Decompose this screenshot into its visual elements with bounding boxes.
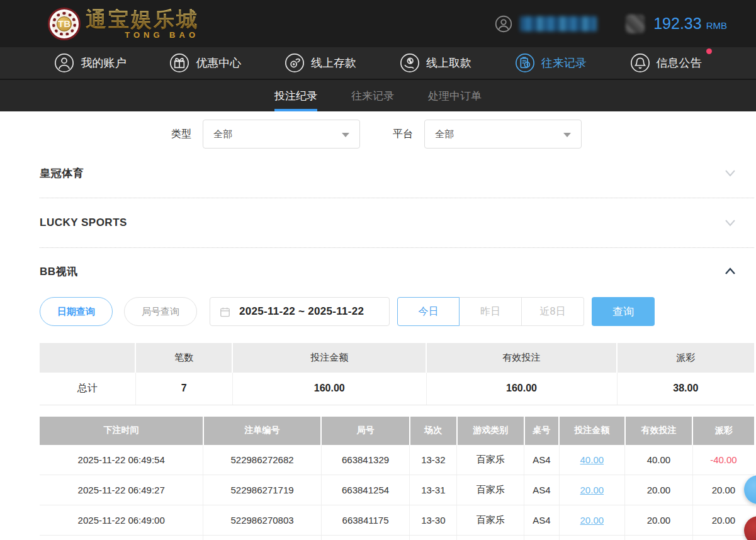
cell-valid-bet: 40.00 (625, 445, 693, 475)
cell-round-number: 663841175 (321, 505, 410, 536)
summary-header-count: 笔数 (135, 343, 232, 373)
user-circle-icon (54, 53, 74, 73)
cell-round-number: 663841254 (321, 475, 410, 505)
round-query-button[interactable]: 局号查询 (124, 297, 197, 326)
nav-withdraw[interactable]: 线上取款 (400, 53, 471, 73)
table-row: 2025-11-22 06:49:00 522986270803 6638411… (40, 505, 754, 536)
site-logo[interactable]: TB 通宝娱乐城 TONG BAO (48, 8, 199, 40)
cell-bet-amount-link[interactable]: 20.00 (559, 475, 624, 505)
username-censored (520, 16, 597, 31)
last-8-days-button[interactable]: 近8日 (522, 297, 584, 326)
main-content: 类型 全部 平台 全部 皇冠体育 LUCKY SPORTS (0, 111, 756, 540)
bet-table-body: 2025-11-22 06:49:54 522986272682 6638413… (40, 445, 754, 536)
summary-total-label: 总计 (40, 373, 135, 405)
summary-total-row: 总计 7 160.00 160.00 38.00 (40, 373, 754, 405)
header-payout: 派彩 (692, 417, 754, 445)
table-row: 2025-11-22 06:49:54 522986272682 6638413… (40, 445, 754, 475)
cell-bet-time: 2025-11-22 06:49:54 (40, 445, 203, 475)
nav-transaction-records[interactable]: 往来记录 (515, 53, 587, 73)
cell-order-number: 522986270803 (203, 505, 321, 536)
user-avatar-icon[interactable] (495, 15, 512, 33)
site-subtitle: TONG BAO (86, 31, 199, 39)
summary-table: 笔数 投注金额 有效投注 派彩 总计 7 160.00 160.00 38.00 (40, 343, 754, 405)
cell-order-number: 522986271719 (203, 475, 321, 505)
header-order-number: 注单编号 (203, 417, 321, 445)
quick-range-group: 今日 昨日 近8日 (397, 297, 584, 326)
chip-monogram: TB (57, 16, 72, 31)
filter-row: 类型 全部 平台 全部 (171, 120, 754, 149)
currency-censored-icon (626, 14, 645, 33)
section-lucky-sports[interactable]: LUCKY SPORTS (40, 198, 754, 248)
tab-pending-orders[interactable]: 处理中订单 (427, 80, 483, 111)
cell-round-number: 663841329 (321, 445, 410, 475)
bet-records-table: 下注时间 注单编号 局号 场次 游戏类别 桌号 投注金额 有效投注 派彩 202… (40, 417, 754, 540)
header-bet-amount: 投注金额 (559, 417, 624, 445)
section-bb-live[interactable]: BB视讯 (40, 248, 754, 295)
balance-amount: 192.33 (653, 14, 701, 33)
summary-total-bet-amount: 160.00 (232, 373, 426, 405)
bet-table-row-partial (40, 536, 754, 540)
header-bet-time: 下注时间 (40, 417, 203, 445)
site-title: 通宝娱乐城 (86, 9, 199, 30)
chevron-up-icon (723, 264, 738, 279)
summary-header-blank (40, 343, 135, 373)
nav-announcements[interactable]: 信息公告 (630, 53, 702, 73)
cell-table-number: AS4 (524, 475, 560, 505)
search-button[interactable]: 查询 (592, 297, 655, 326)
header-game-type: 游戏类别 (457, 417, 524, 445)
cell-game-type: 百家乐 (457, 475, 524, 505)
cell-payout: -40.00 (692, 445, 754, 475)
main-navigation: 我的账户 优惠中心 线上存款 线上取款 往来记录 信息公告 (0, 47, 756, 80)
records-clipboard-clock-icon (515, 53, 535, 73)
cell-session: 13-32 (410, 445, 457, 475)
cell-session: 13-31 (410, 475, 457, 505)
platform-filter-label: 平台 (393, 128, 413, 141)
cell-table-number: AS4 (524, 445, 560, 475)
header-valid-bet: 有效投注 (625, 417, 693, 445)
bet-table-header-row: 下注时间 注单编号 局号 场次 游戏类别 桌号 投注金额 有效投注 派彩 (40, 417, 754, 445)
nav-deposit[interactable]: 线上存款 (285, 53, 356, 73)
date-range-value: 2025-11-22 ~ 2025-11-22 (239, 305, 364, 318)
gift-icon (169, 53, 189, 73)
summary-total-count: 7 (135, 373, 232, 405)
type-filter-label: 类型 (171, 128, 191, 141)
date-query-button[interactable]: 日期查询 (40, 297, 113, 326)
calendar-icon (219, 306, 231, 318)
balance[interactable]: 192.33 RMB (653, 14, 727, 33)
caret-down-icon (342, 133, 349, 137)
chevron-down-icon (723, 215, 738, 230)
deposit-hand-coin-icon (285, 53, 305, 73)
nav-promotions[interactable]: 优惠中心 (169, 53, 241, 73)
date-range-input[interactable]: 2025-11-22 ~ 2025-11-22 (210, 297, 390, 326)
tab-bet-records[interactable]: 投注纪录 (273, 80, 319, 111)
table-row: 2025-11-22 06:49:27 522986271719 6638412… (40, 475, 754, 505)
summary-header-row: 笔数 投注金额 有效投注 派彩 (40, 343, 754, 373)
today-button[interactable]: 今日 (397, 297, 460, 326)
cell-game-type: 百家乐 (457, 445, 524, 475)
account-summary: 192.33 RMB (495, 14, 727, 33)
nav-my-account[interactable]: 我的账户 (54, 53, 126, 73)
withdraw-hand-coin-icon (400, 53, 420, 73)
header-table-number: 桌号 (524, 417, 560, 445)
caret-down-icon (563, 133, 571, 137)
bell-icon (630, 53, 650, 73)
yesterday-button[interactable]: 昨日 (460, 297, 522, 326)
balance-currency: RMB (706, 20, 727, 31)
cell-valid-bet: 20.00 (625, 505, 693, 536)
cell-bet-amount-link[interactable]: 40.00 (559, 445, 624, 475)
type-select[interactable]: 全部 (203, 120, 360, 149)
summary-header-bet-amount: 投注金额 (232, 343, 426, 373)
cell-order-number: 522986272682 (203, 445, 321, 475)
cell-valid-bet: 20.00 (625, 475, 693, 505)
section-crown-sports[interactable]: 皇冠体育 (40, 149, 754, 198)
poker-chip-icon: TB (48, 8, 81, 40)
platform-select[interactable]: 全部 (424, 120, 582, 149)
tab-transaction-records[interactable]: 往来记录 (350, 80, 395, 111)
cell-session: 13-30 (410, 505, 457, 536)
summary-header-payout: 派彩 (617, 343, 754, 373)
cell-bet-time: 2025-11-22 06:49:00 (40, 505, 203, 536)
cell-bet-amount-link[interactable]: 20.00 (559, 505, 624, 536)
header-round-number: 局号 (321, 417, 410, 445)
top-bar: TB 通宝娱乐城 TONG BAO 192.33 RMB (0, 0, 756, 47)
cell-game-type: 百家乐 (457, 505, 524, 536)
